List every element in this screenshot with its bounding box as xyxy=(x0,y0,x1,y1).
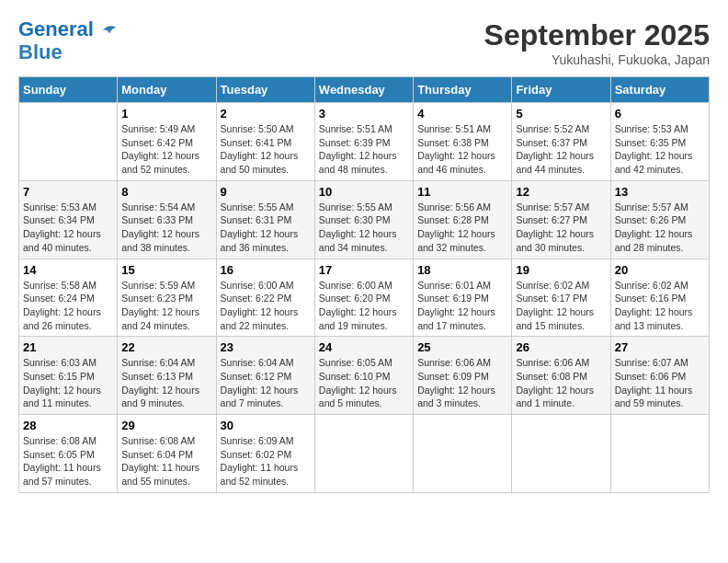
calendar-cell: 15Sunrise: 5:59 AM Sunset: 6:23 PM Dayli… xyxy=(118,259,216,337)
month-title: September 2025 xyxy=(484,18,710,52)
day-info: Sunrise: 5:54 AM Sunset: 6:33 PM Dayligh… xyxy=(121,201,211,255)
day-number: 13 xyxy=(615,185,705,199)
col-header-wednesday: Wednesday xyxy=(314,77,413,103)
day-number: 12 xyxy=(516,185,606,199)
calendar-cell: 19Sunrise: 6:02 AM Sunset: 6:17 PM Dayli… xyxy=(512,259,610,337)
day-number: 9 xyxy=(221,185,311,199)
day-number: 5 xyxy=(516,107,606,121)
col-header-monday: Monday xyxy=(118,77,216,103)
calendar-cell: 11Sunrise: 5:56 AM Sunset: 6:28 PM Dayli… xyxy=(414,180,512,259)
day-info: Sunrise: 5:58 AM Sunset: 6:24 PM Dayligh… xyxy=(23,279,113,333)
day-info: Sunrise: 6:09 AM Sunset: 6:02 PM Dayligh… xyxy=(221,434,311,488)
calendar-cell: 6Sunrise: 5:53 AM Sunset: 6:35 PM Daylig… xyxy=(610,103,709,181)
calendar-cell: 17Sunrise: 6:00 AM Sunset: 6:20 PM Dayli… xyxy=(314,259,413,337)
day-info: Sunrise: 5:51 AM Sunset: 6:38 PM Dayligh… xyxy=(417,122,507,177)
calendar-cell: 26Sunrise: 6:06 AM Sunset: 6:08 PM Dayli… xyxy=(512,337,610,415)
day-number: 15 xyxy=(121,263,211,277)
day-number: 2 xyxy=(221,107,311,121)
calendar-cell xyxy=(512,415,610,493)
calendar-week-4: 21Sunrise: 6:03 AM Sunset: 6:15 PM Dayli… xyxy=(19,337,710,415)
day-info: Sunrise: 6:08 AM Sunset: 6:05 PM Dayligh… xyxy=(23,434,113,488)
calendar-cell: 27Sunrise: 6:07 AM Sunset: 6:06 PM Dayli… xyxy=(610,337,709,415)
location-text: Yukuhashi, Fukuoka, Japan xyxy=(484,52,710,67)
day-number: 4 xyxy=(417,107,507,121)
calendar-cell: 30Sunrise: 6:09 AM Sunset: 6:02 PM Dayli… xyxy=(216,415,314,493)
calendar-cell xyxy=(314,415,413,493)
day-number: 27 xyxy=(615,340,705,354)
calendar-table: SundayMondayTuesdayWednesdayThursdayFrid… xyxy=(18,76,710,493)
day-number: 18 xyxy=(417,263,507,277)
day-number: 3 xyxy=(319,107,409,121)
calendar-cell xyxy=(610,415,709,493)
day-info: Sunrise: 6:04 AM Sunset: 6:13 PM Dayligh… xyxy=(121,356,211,410)
col-header-friday: Friday xyxy=(512,77,610,103)
day-info: Sunrise: 5:57 AM Sunset: 6:26 PM Dayligh… xyxy=(615,201,705,255)
day-number: 7 xyxy=(23,185,113,199)
col-header-sunday: Sunday xyxy=(19,77,118,103)
calendar-cell xyxy=(414,415,512,493)
day-info: Sunrise: 5:49 AM Sunset: 6:42 PM Dayligh… xyxy=(121,122,211,177)
calendar-cell: 25Sunrise: 6:06 AM Sunset: 6:09 PM Dayli… xyxy=(414,337,512,415)
day-info: Sunrise: 6:02 AM Sunset: 6:17 PM Dayligh… xyxy=(516,279,606,333)
col-header-thursday: Thursday xyxy=(414,77,512,103)
day-number: 29 xyxy=(121,419,211,432)
day-info: Sunrise: 6:04 AM Sunset: 6:12 PM Dayligh… xyxy=(221,356,311,410)
calendar-cell: 2Sunrise: 5:50 AM Sunset: 6:41 PM Daylig… xyxy=(216,103,314,181)
calendar-cell: 18Sunrise: 6:01 AM Sunset: 6:19 PM Dayli… xyxy=(414,259,512,337)
calendar-cell: 4Sunrise: 5:51 AM Sunset: 6:38 PM Daylig… xyxy=(414,103,512,181)
day-number: 14 xyxy=(23,263,113,277)
calendar-cell: 13Sunrise: 5:57 AM Sunset: 6:26 PM Dayli… xyxy=(610,180,709,259)
day-info: Sunrise: 6:00 AM Sunset: 6:20 PM Dayligh… xyxy=(319,279,409,333)
day-number: 8 xyxy=(121,185,211,199)
day-number: 21 xyxy=(23,340,113,354)
day-info: Sunrise: 6:00 AM Sunset: 6:22 PM Dayligh… xyxy=(221,279,311,333)
day-number: 28 xyxy=(23,419,113,432)
calendar-week-5: 28Sunrise: 6:08 AM Sunset: 6:05 PM Dayli… xyxy=(19,415,710,493)
calendar-cell: 28Sunrise: 6:08 AM Sunset: 6:05 PM Dayli… xyxy=(19,415,118,493)
calendar-cell: 29Sunrise: 6:08 AM Sunset: 6:04 PM Dayli… xyxy=(118,415,216,493)
calendar-cell: 20Sunrise: 6:02 AM Sunset: 6:16 PM Dayli… xyxy=(610,259,709,337)
title-block: September 2025 Yukuhashi, Fukuoka, Japan xyxy=(484,18,710,67)
day-info: Sunrise: 5:59 AM Sunset: 6:23 PM Dayligh… xyxy=(121,279,211,333)
calendar-cell: 8Sunrise: 5:54 AM Sunset: 6:33 PM Daylig… xyxy=(118,180,216,259)
day-number: 11 xyxy=(417,185,507,199)
day-number: 6 xyxy=(615,107,705,121)
calendar-cell: 22Sunrise: 6:04 AM Sunset: 6:13 PM Dayli… xyxy=(118,337,216,415)
day-info: Sunrise: 5:55 AM Sunset: 6:31 PM Dayligh… xyxy=(221,201,311,255)
day-number: 24 xyxy=(319,340,409,354)
calendar-week-2: 7Sunrise: 5:53 AM Sunset: 6:34 PM Daylig… xyxy=(19,180,710,259)
day-info: Sunrise: 6:02 AM Sunset: 6:16 PM Dayligh… xyxy=(615,279,705,333)
calendar-cell: 5Sunrise: 5:52 AM Sunset: 6:37 PM Daylig… xyxy=(512,103,610,181)
day-info: Sunrise: 6:03 AM Sunset: 6:15 PM Dayligh… xyxy=(23,356,113,410)
day-number: 26 xyxy=(516,340,606,354)
calendar-header: SundayMondayTuesdayWednesdayThursdayFrid… xyxy=(19,77,710,103)
day-number: 20 xyxy=(615,263,705,277)
day-info: Sunrise: 6:01 AM Sunset: 6:19 PM Dayligh… xyxy=(417,279,507,333)
day-number: 1 xyxy=(121,107,211,121)
header-row: SundayMondayTuesdayWednesdayThursdayFrid… xyxy=(19,77,710,103)
calendar-cell: 7Sunrise: 5:53 AM Sunset: 6:34 PM Daylig… xyxy=(19,180,118,259)
col-header-tuesday: Tuesday xyxy=(216,77,314,103)
day-info: Sunrise: 5:55 AM Sunset: 6:30 PM Dayligh… xyxy=(319,201,409,255)
logo-blue-text: Blue xyxy=(18,40,63,64)
day-info: Sunrise: 5:57 AM Sunset: 6:27 PM Dayligh… xyxy=(516,201,606,255)
calendar-cell: 1Sunrise: 5:49 AM Sunset: 6:42 PM Daylig… xyxy=(118,103,216,181)
day-number: 22 xyxy=(121,340,211,354)
day-info: Sunrise: 5:53 AM Sunset: 6:34 PM Dayligh… xyxy=(23,201,113,255)
calendar-cell: 21Sunrise: 6:03 AM Sunset: 6:15 PM Dayli… xyxy=(19,337,118,415)
day-info: Sunrise: 6:08 AM Sunset: 6:04 PM Dayligh… xyxy=(121,434,211,488)
logo: General Blue xyxy=(18,18,118,64)
calendar-cell: 10Sunrise: 5:55 AM Sunset: 6:30 PM Dayli… xyxy=(314,180,413,259)
calendar-week-1: 1Sunrise: 5:49 AM Sunset: 6:42 PM Daylig… xyxy=(19,103,710,181)
day-number: 10 xyxy=(319,185,409,199)
calendar-cell: 24Sunrise: 6:05 AM Sunset: 6:10 PM Dayli… xyxy=(314,337,413,415)
calendar-cell: 3Sunrise: 5:51 AM Sunset: 6:39 PM Daylig… xyxy=(314,103,413,181)
day-info: Sunrise: 5:56 AM Sunset: 6:28 PM Dayligh… xyxy=(417,201,507,255)
calendar-cell: 16Sunrise: 6:00 AM Sunset: 6:22 PM Dayli… xyxy=(216,259,314,337)
day-info: Sunrise: 5:51 AM Sunset: 6:39 PM Dayligh… xyxy=(319,122,409,177)
calendar-week-3: 14Sunrise: 5:58 AM Sunset: 6:24 PM Dayli… xyxy=(19,259,710,337)
day-number: 30 xyxy=(221,419,311,432)
day-number: 19 xyxy=(516,263,606,277)
logo-text: General xyxy=(18,18,118,40)
calendar-body: 1Sunrise: 5:49 AM Sunset: 6:42 PM Daylig… xyxy=(19,103,710,493)
